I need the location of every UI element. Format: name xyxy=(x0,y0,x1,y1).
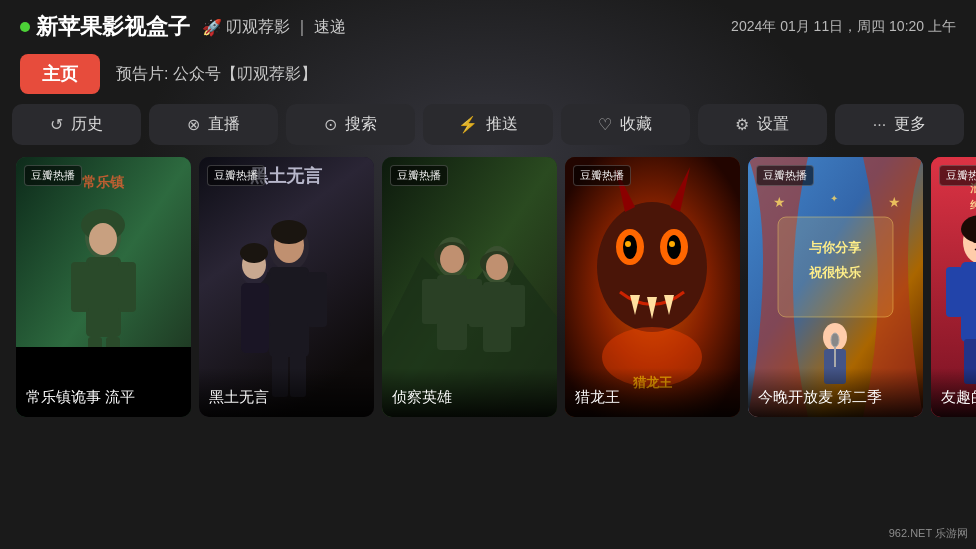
svg-point-9 xyxy=(89,223,117,255)
movie-card-6[interactable]: 浪漫 纯属 豆瓣热播友趣的... xyxy=(931,157,976,417)
menu-item-history[interactable]: ↺ 历史 xyxy=(12,104,141,145)
svg-rect-32 xyxy=(422,279,439,324)
speed-text: 速递 xyxy=(314,17,346,38)
menu-item-favorites[interactable]: ♡ 收藏 xyxy=(561,104,690,145)
svg-rect-17 xyxy=(307,272,327,327)
nav-home-button[interactable]: 主页 xyxy=(20,54,100,94)
search-icon: ⊙ xyxy=(324,115,337,134)
movie-badge: 豆瓣热播 xyxy=(573,165,631,186)
live-icon: ⊗ xyxy=(187,115,200,134)
svg-point-48 xyxy=(667,235,681,259)
header-left: 新苹果影视盒子 🚀 叨观荐影 ｜ 速递 xyxy=(20,12,346,42)
history-label: 历史 xyxy=(71,114,103,135)
movie-badge: 豆瓣热播 xyxy=(24,165,82,186)
menu-item-live[interactable]: ⊗ 直播 xyxy=(149,104,278,145)
menu-item-search[interactable]: ⊙ 搜索 xyxy=(286,104,415,145)
app-title: 新苹果影视盒子 xyxy=(20,12,190,42)
svg-point-25 xyxy=(240,243,268,263)
movie-title: 侦察英雄 xyxy=(382,368,557,417)
header: 新苹果影视盒子 🚀 叨观荐影 ｜ 速递 2024年 01月 11日，周四 10:… xyxy=(0,0,976,50)
movie-badge: 豆瓣热播 xyxy=(207,165,265,186)
svg-rect-5 xyxy=(118,262,136,312)
svg-rect-37 xyxy=(483,282,511,352)
push-label: 推送 xyxy=(486,114,518,135)
svg-text:常乐镇: 常乐镇 xyxy=(82,174,125,190)
movie-card-4[interactable]: 猎龙王 豆瓣热播猎龙王 xyxy=(565,157,740,417)
movie-card-5[interactable]: 与你分享 祝很快乐 ★ ★ ✦ 豆瓣热播今晚开放麦 第二季 xyxy=(748,157,923,417)
movie-card-2[interactable]: 黑土无言 豆瓣热播黑土无言 xyxy=(199,157,374,417)
status-dot xyxy=(20,22,30,32)
svg-rect-4 xyxy=(71,262,89,312)
movie-badge: 豆瓣热播 xyxy=(756,165,814,186)
settings-icon: ⚙ xyxy=(735,115,749,134)
movie-card-3[interactable]: 豆瓣热播侦察英雄 xyxy=(382,157,557,417)
svg-text:纯属: 纯属 xyxy=(969,199,976,211)
more-label: 更多 xyxy=(894,114,926,135)
movie-title: 常乐镇诡事 流平 xyxy=(16,368,191,417)
svg-rect-73 xyxy=(961,262,976,342)
svg-text:★: ★ xyxy=(888,194,901,210)
movie-badge: 豆瓣热播 xyxy=(939,165,976,186)
menu-item-push[interactable]: ⚡ 推送 xyxy=(423,104,552,145)
live-label: 直播 xyxy=(208,114,240,135)
content-grid: 常乐镇 豆瓣热播常乐镇诡事 流平 xyxy=(0,157,976,437)
movie-card-1[interactable]: 常乐镇 豆瓣热播常乐镇诡事 流平 xyxy=(16,157,191,417)
menu-item-settings[interactable]: ⚙ 设置 xyxy=(698,104,827,145)
search-label: 搜索 xyxy=(345,114,377,135)
header-subtitle: 🚀 叨观荐影 ｜ 速递 xyxy=(202,17,346,38)
svg-rect-74 xyxy=(946,267,963,317)
app-title-text: 新苹果影视盒子 xyxy=(36,12,190,42)
svg-point-50 xyxy=(669,241,675,247)
movie-title: 友趣的... xyxy=(931,368,976,417)
svg-point-66 xyxy=(831,333,839,347)
header-datetime: 2024年 01月 11日，周四 10:20 上午 xyxy=(731,18,956,36)
svg-point-49 xyxy=(625,241,631,247)
favorites-label: 收藏 xyxy=(620,114,652,135)
svg-text:★: ★ xyxy=(773,194,786,210)
menu-item-more[interactable]: ··· 更多 xyxy=(835,104,964,145)
svg-rect-39 xyxy=(509,285,525,327)
svg-point-47 xyxy=(623,235,637,259)
nav-announcement: 预告片: 公众号【叨观荐影】 xyxy=(116,64,317,85)
navbar: 主页 预告片: 公众号【叨观荐影】 xyxy=(0,50,976,104)
menubar: ↺ 历史 ⊗ 直播 ⊙ 搜索 ⚡ 推送 ♡ 收藏 ⚙ 设置 ··· 更多 xyxy=(0,104,976,157)
svg-rect-3 xyxy=(86,257,121,337)
svg-text:与你分享: 与你分享 xyxy=(809,240,862,255)
svg-rect-31 xyxy=(437,275,467,350)
divider: ｜ xyxy=(294,17,310,38)
svg-point-41 xyxy=(486,254,508,280)
svg-rect-38 xyxy=(469,285,485,327)
svg-text:祝很快乐: 祝很快乐 xyxy=(808,265,861,280)
settings-label: 设置 xyxy=(757,114,789,135)
subtitle-text: 叨观荐影 xyxy=(226,17,290,38)
favorites-icon: ♡ xyxy=(598,115,612,134)
movie-title: 今晚开放麦 第二季 xyxy=(748,368,923,417)
svg-text:✦: ✦ xyxy=(830,193,838,204)
history-icon: ↺ xyxy=(50,115,63,134)
watermark: 962.NET 乐游网 xyxy=(889,526,968,541)
push-icon: ⚡ xyxy=(458,115,478,134)
svg-rect-15 xyxy=(269,267,309,357)
movie-badge: 豆瓣热播 xyxy=(390,165,448,186)
svg-point-21 xyxy=(271,220,307,244)
svg-rect-23 xyxy=(241,283,269,353)
movie-title: 黑土无言 xyxy=(199,368,374,417)
rocket-icon: 🚀 xyxy=(202,18,222,37)
svg-point-35 xyxy=(440,245,464,273)
more-icon: ··· xyxy=(873,116,886,134)
movie-title: 猎龙王 xyxy=(565,368,740,417)
